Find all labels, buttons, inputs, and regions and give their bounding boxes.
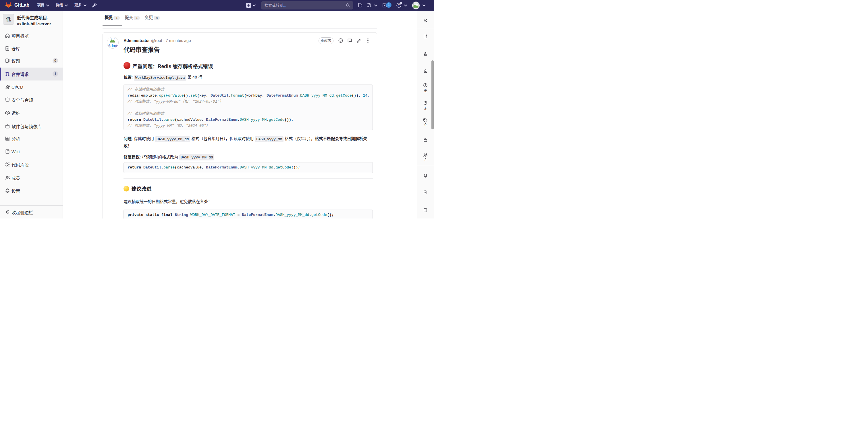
svg-text:?: ?: [398, 4, 400, 7]
